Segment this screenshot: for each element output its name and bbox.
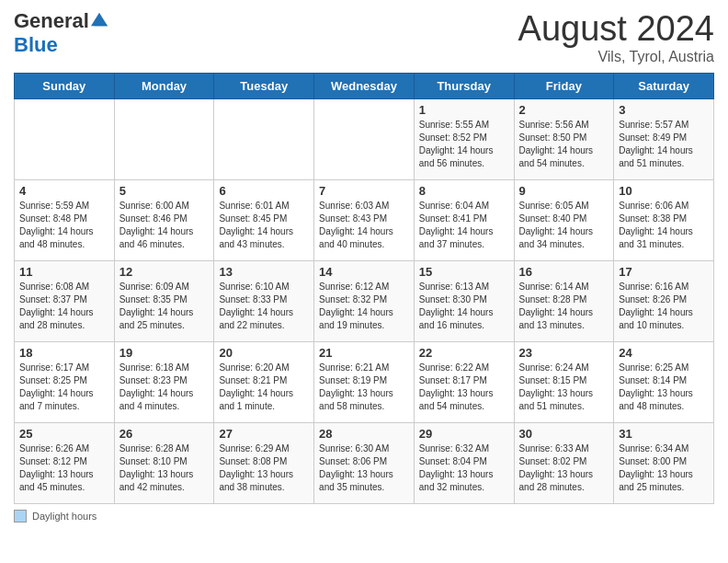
calendar-cell: 3Sunrise: 5:57 AM Sunset: 8:49 PM Daylig… [614, 99, 714, 180]
calendar-week-5: 25Sunrise: 6:26 AM Sunset: 8:12 PM Dayli… [15, 423, 714, 504]
weekday-header-tuesday: Tuesday [214, 74, 314, 99]
calendar-cell: 4Sunrise: 5:59 AM Sunset: 8:48 PM Daylig… [15, 180, 115, 261]
month-title: August 2024 [518, 9, 714, 49]
calendar-footer: Daylight hours [14, 510, 714, 523]
calendar-cell: 21Sunrise: 6:21 AM Sunset: 8:19 PM Dayli… [314, 342, 415, 423]
day-info: Sunrise: 6:26 AM Sunset: 8:12 PM Dayligh… [19, 442, 109, 494]
day-info: Sunrise: 6:16 AM Sunset: 8:26 PM Dayligh… [619, 281, 709, 332]
day-info: Sunrise: 6:34 AM Sunset: 8:00 PM Dayligh… [619, 442, 709, 494]
day-number: 10 [619, 184, 709, 198]
calendar-cell: 28Sunrise: 6:30 AM Sunset: 8:06 PM Dayli… [314, 423, 415, 504]
day-number: 16 [519, 265, 609, 279]
calendar-cell [314, 99, 415, 180]
day-number: 4 [19, 184, 109, 198]
day-info: Sunrise: 6:17 AM Sunset: 8:25 PM Dayligh… [19, 362, 109, 413]
day-info: Sunrise: 6:20 AM Sunset: 8:21 PM Dayligh… [219, 362, 309, 413]
calendar-cell: 17Sunrise: 6:16 AM Sunset: 8:26 PM Dayli… [614, 261, 714, 342]
day-number: 11 [19, 265, 109, 279]
day-info: Sunrise: 6:04 AM Sunset: 8:41 PM Dayligh… [419, 200, 509, 251]
day-number: 20 [219, 346, 309, 360]
day-number: 13 [219, 265, 309, 279]
day-number: 28 [319, 427, 409, 441]
calendar-cell: 30Sunrise: 6:33 AM Sunset: 8:02 PM Dayli… [514, 423, 614, 504]
calendar-cell: 10Sunrise: 6:06 AM Sunset: 8:38 PM Dayli… [614, 180, 714, 261]
day-info: Sunrise: 6:13 AM Sunset: 8:30 PM Dayligh… [419, 281, 509, 332]
title-block: August 2024 Vils, Tyrol, Austria [518, 9, 714, 65]
day-info: Sunrise: 6:10 AM Sunset: 8:33 PM Dayligh… [219, 281, 309, 332]
calendar-week-4: 18Sunrise: 6:17 AM Sunset: 8:25 PM Dayli… [15, 342, 714, 423]
calendar-cell [15, 99, 115, 180]
day-info: Sunrise: 6:00 AM Sunset: 8:46 PM Dayligh… [119, 200, 210, 251]
calendar-cell: 9Sunrise: 6:05 AM Sunset: 8:40 PM Daylig… [514, 180, 614, 261]
weekday-header-wednesday: Wednesday [314, 74, 415, 99]
daylight-label: Daylight hours [32, 511, 97, 522]
weekday-header-monday: Monday [114, 74, 214, 99]
calendar-cell: 31Sunrise: 6:34 AM Sunset: 8:00 PM Dayli… [614, 423, 714, 504]
day-number: 22 [419, 346, 509, 360]
calendar-header: SundayMondayTuesdayWednesdayThursdayFrid… [15, 74, 714, 99]
day-number: 7 [319, 184, 409, 198]
weekday-header-row: SundayMondayTuesdayWednesdayThursdayFrid… [15, 74, 714, 99]
day-info: Sunrise: 6:24 AM Sunset: 8:15 PM Dayligh… [519, 362, 609, 413]
day-info: Sunrise: 6:08 AM Sunset: 8:37 PM Dayligh… [19, 281, 109, 332]
weekday-header-thursday: Thursday [414, 74, 514, 99]
day-number: 26 [119, 427, 210, 441]
logo-icon [91, 11, 108, 28]
calendar-cell: 15Sunrise: 6:13 AM Sunset: 8:30 PM Dayli… [414, 261, 514, 342]
day-number: 12 [119, 265, 210, 279]
day-number: 21 [319, 346, 409, 360]
day-number: 15 [419, 265, 509, 279]
day-number: 5 [119, 184, 210, 198]
calendar-cell: 20Sunrise: 6:20 AM Sunset: 8:21 PM Dayli… [214, 342, 314, 423]
calendar-cell: 23Sunrise: 6:24 AM Sunset: 8:15 PM Dayli… [514, 342, 614, 423]
calendar-cell: 26Sunrise: 6:28 AM Sunset: 8:10 PM Dayli… [114, 423, 214, 504]
day-info: Sunrise: 6:29 AM Sunset: 8:08 PM Dayligh… [219, 442, 309, 494]
day-number: 2 [519, 103, 609, 117]
day-info: Sunrise: 5:55 AM Sunset: 8:52 PM Dayligh… [419, 119, 509, 170]
day-info: Sunrise: 6:01 AM Sunset: 8:45 PM Dayligh… [219, 200, 309, 251]
calendar-cell: 27Sunrise: 6:29 AM Sunset: 8:08 PM Dayli… [214, 423, 314, 504]
day-info: Sunrise: 6:28 AM Sunset: 8:10 PM Dayligh… [119, 442, 210, 494]
day-number: 9 [519, 184, 609, 198]
logo-general: General [14, 9, 89, 33]
daylight-box [14, 510, 27, 523]
day-number: 3 [619, 103, 709, 117]
calendar-cell: 1Sunrise: 5:55 AM Sunset: 8:52 PM Daylig… [414, 99, 514, 180]
day-number: 19 [119, 346, 210, 360]
day-info: Sunrise: 6:03 AM Sunset: 8:43 PM Dayligh… [319, 200, 409, 251]
calendar-cell: 14Sunrise: 6:12 AM Sunset: 8:32 PM Dayli… [314, 261, 415, 342]
day-number: 18 [19, 346, 109, 360]
calendar-cell: 12Sunrise: 6:09 AM Sunset: 8:35 PM Dayli… [114, 261, 214, 342]
day-number: 30 [519, 427, 609, 441]
calendar-week-3: 11Sunrise: 6:08 AM Sunset: 8:37 PM Dayli… [15, 261, 714, 342]
calendar-cell: 13Sunrise: 6:10 AM Sunset: 8:33 PM Dayli… [214, 261, 314, 342]
day-info: Sunrise: 5:57 AM Sunset: 8:49 PM Dayligh… [619, 119, 709, 170]
day-info: Sunrise: 6:25 AM Sunset: 8:14 PM Dayligh… [619, 362, 709, 413]
calendar-cell: 6Sunrise: 6:01 AM Sunset: 8:45 PM Daylig… [214, 180, 314, 261]
day-info: Sunrise: 6:21 AM Sunset: 8:19 PM Dayligh… [319, 362, 409, 413]
location-subtitle: Vils, Tyrol, Austria [518, 49, 714, 65]
calendar-cell: 11Sunrise: 6:08 AM Sunset: 8:37 PM Dayli… [15, 261, 115, 342]
page-header: General Blue August 2024 Vils, Tyrol, Au… [14, 9, 714, 65]
calendar-cell: 16Sunrise: 6:14 AM Sunset: 8:28 PM Dayli… [514, 261, 614, 342]
day-info: Sunrise: 6:33 AM Sunset: 8:02 PM Dayligh… [519, 442, 609, 494]
calendar-cell: 2Sunrise: 5:56 AM Sunset: 8:50 PM Daylig… [514, 99, 614, 180]
calendar-cell: 18Sunrise: 6:17 AM Sunset: 8:25 PM Dayli… [15, 342, 115, 423]
day-info: Sunrise: 6:32 AM Sunset: 8:04 PM Dayligh… [419, 442, 509, 494]
day-info: Sunrise: 6:18 AM Sunset: 8:23 PM Dayligh… [119, 362, 210, 413]
day-info: Sunrise: 5:59 AM Sunset: 8:48 PM Dayligh… [19, 200, 109, 251]
calendar-cell: 7Sunrise: 6:03 AM Sunset: 8:43 PM Daylig… [314, 180, 415, 261]
day-number: 6 [219, 184, 309, 198]
calendar-cell: 19Sunrise: 6:18 AM Sunset: 8:23 PM Dayli… [114, 342, 214, 423]
day-info: Sunrise: 6:22 AM Sunset: 8:17 PM Dayligh… [419, 362, 509, 413]
day-info: Sunrise: 6:06 AM Sunset: 8:38 PM Dayligh… [619, 200, 709, 251]
weekday-header-sunday: Sunday [15, 74, 115, 99]
day-number: 24 [619, 346, 709, 360]
calendar-week-1: 1Sunrise: 5:55 AM Sunset: 8:52 PM Daylig… [15, 99, 714, 180]
day-number: 8 [419, 184, 509, 198]
calendar-cell: 24Sunrise: 6:25 AM Sunset: 8:14 PM Dayli… [614, 342, 714, 423]
logo-blue-text: Blue [14, 33, 58, 57]
calendar-week-2: 4Sunrise: 5:59 AM Sunset: 8:48 PM Daylig… [15, 180, 714, 261]
day-number: 27 [219, 427, 309, 441]
day-number: 14 [319, 265, 409, 279]
